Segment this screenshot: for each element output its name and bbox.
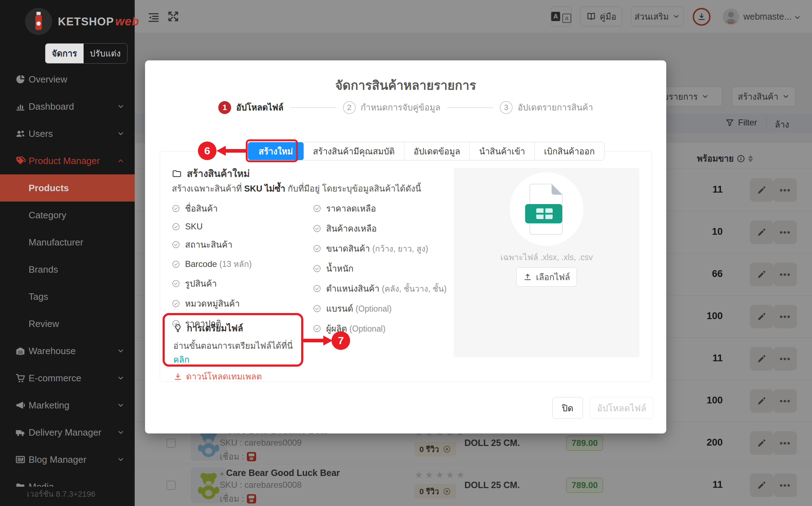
step-3: 3อัปเดตรายการสินค้า	[500, 100, 593, 114]
chevron-down-icon	[117, 130, 125, 138]
sidebar-item-marketing[interactable]: Marketing	[0, 392, 135, 419]
check-circle-icon	[313, 324, 321, 333]
mode-manage-button[interactable]: จัดการ	[45, 44, 84, 63]
sidebar-item-overview[interactable]: Overview	[0, 66, 135, 93]
checklist-item: รูปสินค้า	[172, 277, 252, 291]
bar-icon	[14, 101, 26, 112]
brand-name: KETSHOPweb	[58, 15, 139, 28]
annotation-box-active-tab	[246, 139, 298, 162]
users-icon	[14, 128, 26, 139]
check-circle-icon	[172, 260, 180, 268]
warehouse-icon	[14, 346, 26, 356]
version-label: เวอร์ชัน 8.7.3+2196	[27, 488, 95, 500]
chevron-up-icon	[117, 157, 125, 165]
close-button[interactable]: ปิด	[552, 397, 583, 419]
upload-hint: เฉพาะไฟล์ .xlsx, .xls, .csv	[454, 251, 639, 264]
sidebar-item-users[interactable]: Users	[0, 120, 135, 147]
folder-icon	[172, 169, 182, 179]
check-circle-icon	[313, 224, 321, 233]
sidebar-item-manufacturer[interactable]: Manufacturer	[0, 229, 135, 256]
sidebar-item-category[interactable]: Category	[0, 202, 135, 229]
annotation-box-tip	[163, 313, 303, 367]
cart-icon	[14, 373, 26, 383]
pie-icon	[14, 74, 26, 85]
check-circle-icon	[172, 279, 180, 288]
checklist-item: สถานะสินค้า	[172, 238, 252, 252]
checklist-item: หมวดหมู่สินค้า	[172, 297, 252, 311]
check-circle-icon	[172, 204, 180, 213]
sidebar-item-product-manager[interactable]: Product Manager	[0, 147, 135, 174]
check-circle-icon	[313, 244, 321, 253]
megaphone-icon	[14, 400, 26, 411]
upload-icon	[523, 272, 532, 282]
chevron-down-icon	[117, 103, 125, 110]
sidebar-item-e-commerce[interactable]: E-commerce	[0, 364, 135, 392]
chevron-down-icon	[117, 401, 125, 409]
mode-customize-button[interactable]: ปรับแต่ง	[84, 44, 127, 63]
check-circle-icon	[172, 240, 180, 249]
tag-icon	[14, 155, 26, 166]
chevron-down-icon	[117, 456, 125, 463]
section-heading: สร้างสินค้าใหม่	[172, 166, 250, 181]
sidebar-item-delivery-manager[interactable]: Delivery Manager	[0, 419, 135, 446]
sidebar-item-products[interactable]: Products	[0, 174, 135, 202]
step-1: 1อัปโหลดไฟล์	[218, 100, 283, 114]
checklist-right: ราคาลดเหลือสินค้าคงเหลือขนาดสินค้า (กว้า…	[313, 202, 447, 336]
check-circle-icon	[313, 204, 321, 213]
bulk-product-modal: จัดการสินค้าหลายรายการ 1อัปโหลดไฟล์2กำหน…	[145, 60, 666, 433]
checklist-item: SKU	[172, 222, 252, 232]
choose-file-button[interactable]: เลือกไฟล์	[516, 267, 577, 287]
checklist-item: ผู้ผลิต (Optional)	[313, 322, 447, 336]
check-circle-icon	[172, 299, 180, 308]
stepper: 1อัปโหลดไฟล์2กำหนดการจับคู่ข้อมูล3อัปเดต…	[145, 100, 666, 114]
spreadsheet-file-icon	[510, 172, 583, 246]
download-template-link[interactable]: ดาวน์โหลดเทมเพลต	[173, 369, 301, 383]
modal-tabs: สร้างใหม่สร้างสินค้ามีคุณสมบัติอัปเดตข้อ…	[248, 142, 604, 160]
sidebar-item-warehouse[interactable]: Warehouse	[0, 337, 135, 364]
blog-icon	[14, 454, 26, 465]
chevron-down-icon	[117, 374, 125, 382]
sidebar-item-tags[interactable]: Tags	[0, 283, 135, 310]
checklist-item: ราคาลดเหลือ	[313, 202, 447, 215]
checklist-item: Barcode (13 หลัก)	[172, 258, 252, 271]
check-circle-icon	[313, 264, 321, 273]
sidebar-item-blog-manager[interactable]: Blog Manager	[0, 446, 135, 473]
tab-item[interactable]: เบิกสินค้าออก	[535, 142, 604, 160]
checklist-item: ตำแหน่งสินค้า (คลัง, ชั้นวาง, ชั้น)	[313, 282, 447, 296]
download-icon	[173, 372, 183, 381]
mode-toggle: จัดการ ปรับแต่ง	[45, 43, 128, 64]
sidebar: KETSHOPweb จัดการ ปรับแต่ง OverviewDashb…	[0, 0, 135, 506]
sidebar-item-review[interactable]: Review	[0, 310, 135, 337]
checklist-item: น้ำหนัก	[313, 262, 447, 276]
tab-item[interactable]: สร้างสินค้ามีคุณสมบัติ	[304, 142, 404, 160]
checklist-item: ขนาดสินค้า (กว้าง, ยาว, สูง)	[313, 242, 447, 256]
step-2: 2กำหนดการจับคู่ข้อมูล	[343, 100, 440, 114]
truck-icon	[14, 427, 26, 438]
sidebar-item-brands[interactable]: Brands	[0, 256, 135, 283]
sidebar-menu: OverviewDashboardUsersProduct ManagerPro…	[0, 66, 135, 500]
version-bar: เวอร์ชัน 8.7.3+2196	[0, 487, 135, 506]
app-logo[interactable]: KETSHOPweb	[25, 8, 139, 35]
sidebar-item-dashboard[interactable]: Dashboard	[0, 93, 135, 120]
checklist-item: แบรนด์ (Optional)	[313, 302, 447, 316]
modal-title: จัดการสินค้าหลายรายการ	[145, 75, 666, 95]
check-circle-icon	[172, 223, 180, 231]
upload-dropzone[interactable]: เฉพาะไฟล์ .xlsx, .xls, .csv เลือกไฟล์	[454, 168, 639, 357]
annotation-arrow-6	[216, 146, 226, 156]
tab-item[interactable]: อัปเดตข้อมูล	[404, 142, 470, 160]
step-connector	[290, 107, 337, 108]
upload-file-button[interactable]: อัปโหลดไฟล์	[590, 397, 653, 419]
chevron-down-icon	[117, 347, 125, 355]
checklist-item: ชื่อสินค้า	[172, 202, 252, 215]
annotation-circle-7: 7	[332, 331, 350, 350]
tab-item[interactable]: นำสินค้าเข้า	[470, 142, 535, 160]
check-circle-icon	[313, 304, 321, 313]
section-subtitle: สร้างเฉพาะสินค้าที่ SKU ไม่ซ้ำ กับที่มีอ…	[172, 182, 421, 195]
checklist-left: ชื่อสินค้าSKUสถานะสินค้าBarcode (13 หลัก…	[172, 202, 252, 331]
annotation-arrow-6-line	[225, 149, 246, 153]
ketshop-logo-icon	[25, 8, 52, 35]
annotation-circle-6: 6	[198, 142, 216, 160]
annotation-arrow-7-line	[303, 339, 324, 342]
check-circle-icon	[313, 284, 321, 293]
checklist-item: สินค้าคงเหลือ	[313, 222, 447, 235]
